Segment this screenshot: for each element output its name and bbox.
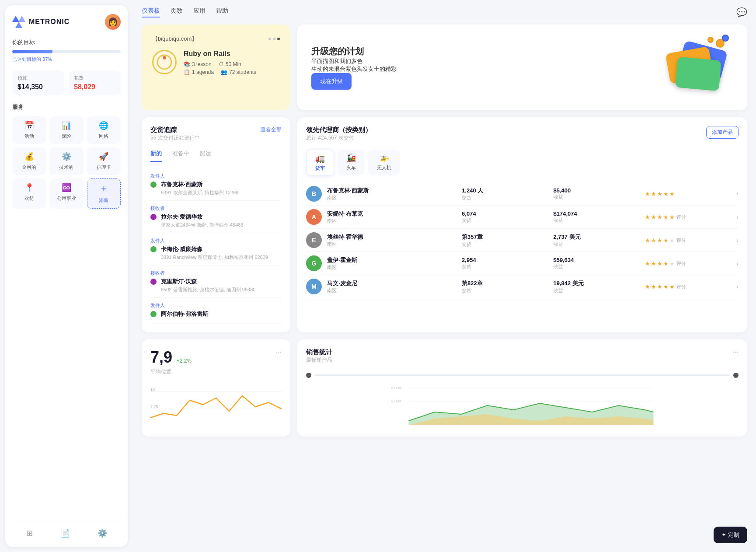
stats-row: 预算 $14,350 花费 $8,029 bbox=[12, 70, 121, 95]
course-url: 【biqubiqu.com】 bbox=[152, 35, 197, 43]
entry-1-body: 布鲁克林·西蒙斯 6391 埃尔全塞莱斯, 特拉华州 10299 bbox=[150, 181, 282, 196]
chat-icon[interactable]: 💬 bbox=[736, 7, 747, 17]
agents-subtitle: 总计 424,567 次交付 bbox=[306, 134, 372, 142]
nav-pages[interactable]: 页数 bbox=[171, 7, 183, 17]
students-text: 72 students bbox=[229, 69, 256, 75]
agent-transactions-1: 1,240 人 bbox=[462, 187, 548, 195]
upgrade-illustration bbox=[655, 37, 733, 98]
service-tech[interactable]: ⚙️ 技术的 bbox=[49, 147, 83, 175]
entry-5-name: 阿尔伯特·弗洛雷斯 bbox=[161, 310, 208, 318]
star-2-3: ★ bbox=[657, 214, 662, 220]
add-service-button[interactable]: + 添新 bbox=[87, 178, 121, 209]
add-product-button[interactable]: 添加产品 bbox=[706, 126, 739, 139]
position-chart-svg: 10 7.75 bbox=[150, 383, 282, 426]
agent-arrow-2[interactable]: › bbox=[736, 213, 739, 220]
star-1-3: ★ bbox=[657, 191, 662, 197]
delivery-tabs: 新的 准备中 船运 bbox=[150, 150, 282, 162]
tab-truck[interactable]: 🚛 货车 bbox=[306, 150, 334, 175]
upgrade-text: 升级您的计划 平面描图和我们多色 生动的未混合紫色头发女士的精彩 现在升级 bbox=[311, 45, 397, 90]
service-care-label: 护理卡 bbox=[97, 164, 111, 171]
nav-links: 仪表板 页数 应用 帮助 bbox=[142, 7, 228, 17]
svg-text:3,000: 3,000 bbox=[391, 386, 401, 390]
agents-table: B 布鲁克林·西蒙斯 南区 1,240 人 交货 $5,400 收益 bbox=[306, 182, 739, 298]
settings-icon[interactable]: ⚙️ bbox=[98, 528, 107, 538]
agent-rev-label-4: 收益 bbox=[554, 263, 640, 270]
agent-rev-label-5: 收益 bbox=[554, 287, 640, 294]
service-care[interactable]: 🚀 护理卡 bbox=[87, 147, 121, 175]
tab-train[interactable]: 🚂 火车 bbox=[338, 150, 365, 175]
star-1-5: ★ bbox=[669, 191, 675, 197]
agent-rev-val-2: $174,074 bbox=[554, 210, 640, 217]
lessons-meta: 📚 3 lesson bbox=[184, 61, 212, 67]
agent-name-3: 埃丝特·霍华德 bbox=[327, 233, 456, 241]
agent-transactions-3: 第357章 bbox=[462, 233, 548, 241]
agent-rev-val-3: 2,737 美元 bbox=[554, 233, 640, 241]
agent-trans-label-1: 交货 bbox=[462, 195, 548, 201]
agent-rating-3: 评分 bbox=[676, 237, 686, 244]
agent-name-1: 布鲁克林·西蒙斯 bbox=[327, 187, 456, 195]
range-handle-right[interactable] bbox=[733, 373, 739, 378]
star-1-2: ★ bbox=[651, 191, 656, 197]
budget-label: 预算 bbox=[17, 75, 59, 81]
content-area: 【biqubiqu.com】 Ruby bbox=[133, 21, 756, 552]
sales-chart-card: 销售统计 最畅销产品 ··· 3,000 2,500 bbox=[297, 339, 747, 437]
service-activity[interactable]: 📅 活动 bbox=[12, 116, 46, 144]
service-insurance[interactable]: 📊 保险 bbox=[49, 116, 83, 144]
svg-text:7.75: 7.75 bbox=[150, 405, 158, 409]
lesson-icon: 📚 bbox=[184, 61, 190, 67]
nav-dashboard[interactable]: 仪表板 bbox=[142, 7, 160, 17]
service-public[interactable]: ♾️ 公用事业 bbox=[49, 178, 83, 209]
course-dots bbox=[268, 38, 280, 40]
file-icon[interactable]: 📄 bbox=[60, 528, 70, 538]
expense-value: $8,029 bbox=[74, 83, 115, 91]
agent-region-2: 南区 bbox=[327, 218, 456, 224]
logo: METRONIC bbox=[12, 16, 70, 28]
upgrade-title: 升级您的计划 bbox=[311, 45, 397, 57]
course-meta-row-2: 📋 1 agenda 👥 72 students bbox=[184, 69, 280, 75]
sales-more-icon[interactable]: ··· bbox=[733, 348, 739, 356]
star-5-4: ★ bbox=[663, 283, 669, 290]
agent-arrow-4[interactable]: › bbox=[736, 260, 739, 267]
service-finance[interactable]: 💰 金融的 bbox=[12, 147, 46, 175]
goal-section: 你的目标 已达到目标的 37% bbox=[12, 38, 121, 63]
entry-1-name: 布鲁克林·西蒙斯 bbox=[161, 181, 238, 189]
star-3-5: ★ bbox=[669, 237, 675, 244]
entry-4-body: 克里斯汀·沃森 8502 普雷斯顿路, 英格尔伍德, 缅因州 98380 bbox=[150, 278, 282, 293]
entry-3-name: 卡梅伦·威廉姆森 bbox=[161, 245, 268, 253]
service-network-label: 网络 bbox=[99, 133, 108, 140]
view-all-link[interactable]: 查看全部 bbox=[261, 126, 282, 133]
layers-icon[interactable]: ⊞ bbox=[26, 528, 33, 538]
entry-2-info: 拉尔夫·爱德华兹 里家大道2464号 梅萨, 新泽西州 45463 bbox=[161, 213, 243, 228]
svg-text:10: 10 bbox=[150, 387, 155, 391]
agent-arrow-5[interactable]: › bbox=[736, 283, 739, 290]
entry-2-role: 接收者 bbox=[150, 205, 282, 212]
range-handle-left[interactable] bbox=[306, 373, 311, 378]
agent-stars-1: ★ ★ ★ ★ ★ bbox=[645, 191, 731, 197]
entry-5-role: 发件人 bbox=[150, 302, 282, 309]
agent-name-2: 安妮特·布莱克 bbox=[327, 210, 456, 218]
tab-shipping[interactable]: 船运 bbox=[200, 150, 211, 162]
tab-new[interactable]: 新的 bbox=[150, 150, 162, 162]
students-meta: 👥 72 students bbox=[221, 69, 256, 75]
user-avatar[interactable]: 👩 bbox=[105, 14, 121, 30]
tab-drone[interactable]: 🚁 无人机 bbox=[368, 150, 400, 175]
upgrade-button[interactable]: 现在升级 bbox=[311, 73, 352, 90]
agent-transactions-4: 2,954 bbox=[462, 257, 548, 263]
agent-arrow-3[interactable]: › bbox=[736, 237, 739, 244]
agent-rating-5: 评分 bbox=[676, 283, 686, 290]
entry-3-addr: 3891 Ranchview 理查森博士, 加利福尼亚州 62639 bbox=[161, 254, 268, 261]
position-more-icon[interactable]: ··· bbox=[276, 348, 282, 356]
nav-apps[interactable]: 应用 bbox=[193, 7, 206, 17]
agent-arrow-1[interactable]: › bbox=[736, 190, 739, 197]
service-network[interactable]: 🌐 网络 bbox=[87, 116, 121, 144]
bottom-row: 7,9 +2.2% ··· 平均位置 10 7.75 bbox=[142, 339, 747, 437]
customize-button[interactable]: ✦ 定制 bbox=[714, 527, 747, 543]
duration-meta: ⏱ 50 Min bbox=[219, 61, 241, 67]
truck-icon: 🚛 bbox=[315, 154, 325, 163]
agent-avatar-2: A bbox=[306, 209, 322, 225]
tab-preparing[interactable]: 准备中 bbox=[172, 150, 189, 162]
service-reception[interactable]: 📍 欢待 bbox=[12, 178, 46, 209]
agent-transactions-5: 第822章 bbox=[462, 279, 548, 287]
agent-revenue-3: 2,737 美元 收益 bbox=[554, 233, 640, 248]
nav-help[interactable]: 帮助 bbox=[216, 7, 228, 17]
